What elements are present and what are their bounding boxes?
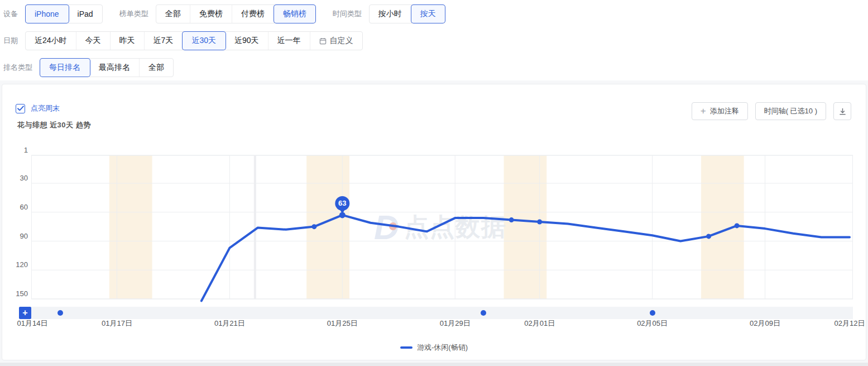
panel-toolbar: + 添加注释 时间轴( 已选10 ) [692,102,851,120]
filter-option-label: 今天 [85,36,101,46]
filter-option-近30天[interactable]: 近30天 [183,32,226,50]
filter-option-label: 近90天 [234,36,259,46]
filter-option-label: iPad [78,9,93,18]
chart-title: 花与绯想 近30天 趋势 [17,120,91,130]
filter-option-畅销榜[interactable]: 畅销榜 [274,5,315,23]
filter-option-label: 畅销榜 [283,9,306,19]
filter-group: 时间类型按小时按天 [333,4,445,23]
filter-option-今天[interactable]: 今天 [76,32,111,50]
data-point-dot[interactable] [735,223,740,228]
legend[interactable]: 游戏-休闲(畅销) [2,343,866,353]
filter-option-付费榜[interactable]: 付费榜 [232,5,274,23]
filter-option-自定义[interactable]: 自定义 [310,32,362,50]
filter-group: 日期近24小时今天昨天近7天近30天近90天近一年自定义 [3,31,363,50]
chart-plot[interactable]: D点点数据63 [31,148,853,302]
segmented-control: 每日排名最高排名全部 [40,58,174,77]
data-point-dot[interactable] [509,217,514,222]
data-point-dot[interactable] [537,220,542,225]
plus-icon: + [701,106,706,116]
x-axis-label: 02月05日 [630,319,675,328]
filter-group-label: 设备 [3,9,18,19]
legend-line-swatch [400,346,413,349]
filter-option-label: 按小时 [378,9,402,19]
filter-option-近7天[interactable]: 近7天 [145,32,183,50]
weekend-toggle[interactable]: 点亮周末 [16,103,60,113]
timeline-button[interactable]: 时间轴( 已选10 ) [755,102,826,120]
data-point-dot[interactable] [311,224,316,229]
filter-option-昨天[interactable]: 昨天 [111,32,145,50]
y-axis-label: 1 [2,146,28,155]
bottom-scrollbar[interactable] [0,363,868,366]
filter-option-label: 全部 [148,63,164,73]
filter-option-全部[interactable]: 全部 [156,5,190,23]
legend-label: 游戏-休闲(畅销) [417,343,468,353]
x-axis-label: 02月09日 [743,319,788,328]
segmented-control: 近24小时今天昨天近7天近30天近90天近一年自定义 [25,31,363,50]
data-point-dot[interactable] [706,234,711,239]
x-axis-label: 01月14日 [10,319,55,328]
filter-option-按天[interactable]: 按天 [411,5,445,23]
slider-add-button[interactable]: + [19,307,31,319]
filter-group-label: 时间类型 [333,9,362,19]
filter-option-label: 近7天 [154,36,174,46]
checkmark-icon [17,106,24,111]
calendar-icon [319,37,327,45]
filter-option-label: iPhone [35,9,59,18]
segmented-control: 按小时按天 [369,4,445,23]
weekend-checkbox[interactable] [16,104,25,113]
filter-option-近90天[interactable]: 近90天 [226,32,268,50]
x-axis-label: 01月21日 [207,319,252,328]
filter-option-免费榜[interactable]: 免费榜 [190,5,232,23]
filter-group-label: 排名类型 [3,63,32,73]
filter-option-按小时[interactable]: 按小时 [370,5,411,23]
filter-group-label: 榜单类型 [119,9,148,19]
filter-option-label: 近24小时 [35,36,67,46]
segmented-control: iPhoneiPad [25,4,103,23]
filter-option-label: 最高排名 [99,63,130,73]
filter-row: 排名类型每日排名最高排名全部 [3,58,868,77]
filter-option-label: 每日排名 [49,63,80,73]
timeline-slider[interactable] [31,307,853,319]
filter-option-近一年[interactable]: 近一年 [268,32,310,50]
filter-option-近24小时[interactable]: 近24小时 [26,32,76,50]
weekend-checkbox-label: 点亮周末 [31,103,60,113]
y-axis-label: 90 [2,232,28,241]
x-axis-label: 01月29日 [433,319,477,328]
filter-option-全部[interactable]: 全部 [140,59,173,77]
filter-option-label: 付费榜 [241,9,265,19]
filter-option-iPhone[interactable]: iPhone [26,5,69,23]
slider-marker-dot[interactable] [650,310,655,316]
filter-option-label: 按天 [420,9,436,19]
filter-section: 设备iPhoneiPad榜单类型全部免费榜付费榜畅销榜时间类型按小时按天日期近2… [0,0,868,80]
x-axis-label: 01月17日 [94,319,139,328]
download-button[interactable] [833,102,851,120]
add-annotation-button[interactable]: + 添加注释 [692,102,748,120]
weekend-band [109,155,152,299]
filter-option-label: 自定义 [330,36,353,46]
x-axis-label: 02月12日 [827,319,868,328]
filter-option-label: 昨天 [119,36,135,46]
filter-group: 排名类型每日排名最高排名全部 [3,58,174,77]
download-icon [838,107,847,116]
filter-option-label: 近一年 [277,36,301,46]
x-axis-label: 02月01日 [517,319,562,328]
y-axis-label: 60 [2,203,28,212]
filter-option-label: 近30天 [191,36,216,46]
watermark: D点点数据 [374,208,507,246]
filter-group-label: 日期 [3,36,18,46]
filter-option-label: 免费榜 [199,9,223,19]
filter-group: 设备iPhoneiPad [3,4,103,23]
filter-row: 设备iPhoneiPad榜单类型全部免费榜付费榜畅销榜时间类型按小时按天 [3,4,868,23]
trend-line-chart[interactable]: D点点数据63 [31,148,853,302]
slider-marker-dot[interactable] [57,310,63,316]
filter-option-最高排名[interactable]: 最高排名 [90,59,140,77]
timeline-button-label: 时间轴( 已选10 ) [764,106,817,116]
filter-option-每日排名[interactable]: 每日排名 [40,59,90,77]
y-axis-label: 120 [2,260,28,269]
y-axis-label: 150 [2,289,28,298]
segmented-control: 全部免费榜付费榜畅销榜 [156,4,316,23]
x-axis-label: 01月25日 [320,319,365,328]
filter-option-iPad[interactable]: iPad [69,5,102,23]
slider-marker-dot[interactable] [481,310,486,316]
annotation-value: 63 [338,199,346,207]
